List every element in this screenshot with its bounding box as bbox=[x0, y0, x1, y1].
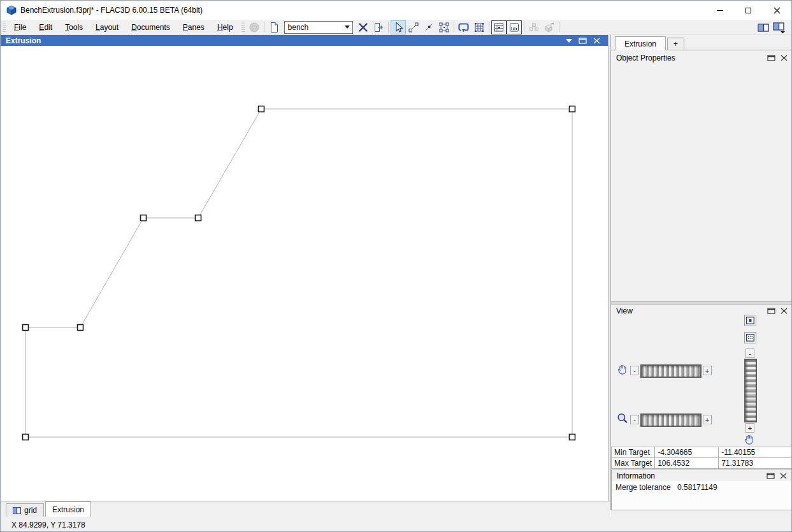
toolbar-gripper bbox=[241, 22, 245, 33]
window-title: BenchExtrusion.f3prj* - FLAC3D 6.00.15 B… bbox=[20, 6, 203, 15]
minimize-button[interactable] bbox=[705, 1, 734, 20]
pan-slider[interactable] bbox=[640, 364, 702, 378]
merge-tolerance-label: Merge tolerance bbox=[616, 483, 671, 492]
minimize-icon bbox=[717, 10, 723, 11]
polygon-vertex bbox=[23, 435, 29, 440]
plot-window-toggle-button[interactable] bbox=[491, 20, 507, 34]
polygon-tool-button[interactable] bbox=[436, 20, 452, 34]
pan-minus-button[interactable]: - bbox=[630, 366, 639, 375]
menu-layout[interactable]: Layout bbox=[89, 20, 125, 34]
menu-panes[interactable]: Panes bbox=[176, 20, 211, 34]
menu-file[interactable]: File bbox=[8, 20, 32, 34]
vertical-slider[interactable] bbox=[744, 359, 757, 422]
pan-plus-button[interactable]: + bbox=[703, 366, 712, 375]
section-close-icon[interactable] bbox=[781, 55, 788, 61]
polygon-vertex bbox=[196, 215, 201, 221]
toolbar-separator bbox=[489, 22, 489, 32]
select-tool-button[interactable] bbox=[391, 20, 406, 34]
extrusion-pane-title: Extrusion bbox=[1, 36, 41, 45]
section-close-icon[interactable] bbox=[780, 473, 787, 479]
tab-extrusion-bottom[interactable]: Extrusion bbox=[45, 501, 91, 517]
menu-edit[interactable]: Edit bbox=[32, 20, 59, 34]
close-icon bbox=[774, 7, 781, 14]
control-panel-tabbar: Extrusion + bbox=[611, 35, 792, 50]
menu-tools[interactable]: Tools bbox=[59, 20, 89, 34]
polygon-vertex bbox=[78, 325, 83, 331]
view-center-button[interactable] bbox=[744, 315, 756, 326]
split-view-icon bbox=[757, 22, 770, 33]
toolbar-separator bbox=[264, 22, 264, 32]
zoom-magnifier-icon bbox=[616, 412, 629, 424]
build-blocks-button[interactable] bbox=[526, 20, 542, 34]
split-view-button[interactable] bbox=[756, 20, 771, 34]
object-properties-title: Object Properties bbox=[616, 54, 675, 62]
export-icon bbox=[373, 22, 384, 33]
maximize-icon bbox=[745, 8, 751, 13]
tab-extrusion-bottom-label: Extrusion bbox=[52, 505, 84, 514]
tab-grid[interactable]: grid bbox=[6, 503, 44, 517]
app-window: BenchExtrusion.f3prj* - FLAC3D 6.00.15 B… bbox=[0, 0, 792, 532]
tab-add[interactable]: + bbox=[667, 38, 684, 50]
split-view-menu-icon bbox=[772, 21, 786, 34]
extrude-button[interactable] bbox=[542, 20, 557, 34]
pan-hand-icon bbox=[616, 363, 629, 375]
polygon-tool-icon bbox=[438, 22, 450, 33]
maximize-button[interactable] bbox=[734, 1, 763, 20]
new-document-button[interactable] bbox=[266, 20, 282, 34]
section-minimize-icon[interactable] bbox=[767, 308, 775, 314]
min-target-y[interactable]: -11.40155 bbox=[719, 447, 792, 458]
split-edge-tool-button[interactable] bbox=[421, 20, 436, 34]
zoom-plus-button[interactable]: + bbox=[703, 415, 712, 424]
pane-menu-icon[interactable] bbox=[566, 39, 572, 43]
fit-view-icon bbox=[746, 334, 754, 341]
min-target-label: Min Target bbox=[612, 447, 655, 458]
delete-button[interactable] bbox=[356, 20, 371, 34]
console-window-toggle-button[interactable] bbox=[507, 20, 522, 34]
target-table: Min Target -4.304665 -11.40155 Max Targe… bbox=[611, 447, 792, 469]
section-minimize-icon[interactable] bbox=[767, 473, 775, 479]
max-target-label: Max Target bbox=[612, 458, 655, 469]
mesh-tool-button[interactable] bbox=[472, 20, 487, 34]
zoom-minus-button[interactable]: - bbox=[630, 415, 639, 424]
toolbar-gripper bbox=[3, 22, 6, 33]
split-view-menu-button[interactable] bbox=[771, 20, 788, 34]
statusbar: X 84.9299, Y 71.3178 bbox=[1, 517, 791, 532]
section-close-icon[interactable] bbox=[781, 308, 788, 314]
vertical-zoom-minus-button[interactable]: - bbox=[745, 349, 754, 358]
polygon-vertex bbox=[259, 106, 264, 112]
cursor-coordinates: X 84.9299, Y 71.3178 bbox=[11, 521, 85, 529]
app-cube-icon bbox=[6, 5, 17, 15]
menu-help[interactable]: Help bbox=[211, 20, 240, 34]
polygon-vertex bbox=[23, 325, 29, 331]
menu-documents[interactable]: Documents bbox=[125, 20, 176, 34]
project-combobox[interactable]: bench bbox=[284, 21, 353, 34]
plot-window-icon bbox=[493, 22, 505, 33]
min-target-x[interactable]: -4.304665 bbox=[655, 447, 719, 458]
globe-icon bbox=[248, 22, 260, 33]
new-document-icon bbox=[268, 22, 280, 33]
max-target-x[interactable]: 106.4532 bbox=[655, 458, 719, 469]
globe-button[interactable] bbox=[247, 20, 262, 34]
polygon-vertex bbox=[570, 106, 575, 112]
tab-extrusion[interactable]: Extrusion bbox=[615, 36, 666, 50]
pane-close-icon[interactable] bbox=[593, 38, 600, 44]
pane-minimize-icon[interactable] bbox=[579, 38, 587, 44]
lasso-tool-button[interactable] bbox=[456, 20, 472, 34]
delete-x-icon bbox=[357, 22, 369, 33]
project-combobox-value: bench bbox=[285, 23, 343, 32]
control-panel: Extrusion + Object Properties View bbox=[611, 35, 792, 517]
build-blocks-icon bbox=[528, 22, 540, 33]
view-fit-button[interactable] bbox=[744, 332, 756, 343]
export-button[interactable] bbox=[371, 20, 386, 34]
close-button[interactable] bbox=[763, 1, 791, 20]
section-minimize-icon[interactable] bbox=[767, 55, 775, 61]
zoom-slider[interactable] bbox=[640, 413, 702, 427]
toolbar-separator bbox=[524, 22, 524, 32]
vertical-zoom-plus-button[interactable]: + bbox=[745, 423, 754, 433]
max-target-y[interactable]: 71.31783 bbox=[719, 458, 792, 469]
view-title: View bbox=[616, 306, 633, 315]
extrusion-canvas[interactable] bbox=[1, 46, 608, 501]
lasso-icon bbox=[457, 22, 470, 33]
information-section: Information Merge tolerance 0.58171149 bbox=[611, 470, 792, 510]
add-edge-tool-button[interactable] bbox=[406, 20, 421, 34]
